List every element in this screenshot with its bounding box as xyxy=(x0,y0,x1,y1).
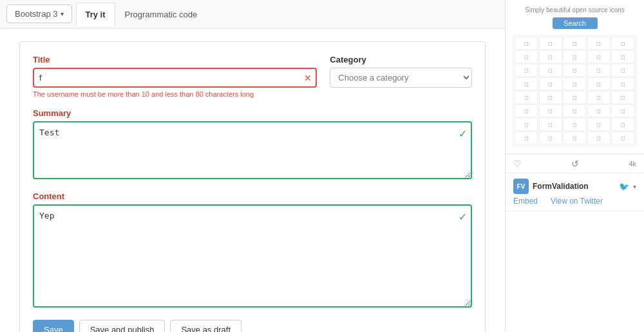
summary-check-icon: ✓ xyxy=(459,128,467,140)
category-select[interactable]: Choose a category xyxy=(330,68,472,88)
icon-cell: ◻ xyxy=(515,50,538,63)
summary-textarea[interactable]: Test xyxy=(33,121,472,179)
tabs-bar: Bootstrap 3 ▾ Try it Programmatic code xyxy=(0,0,505,28)
icon-cell: ◻ xyxy=(515,132,538,144)
sidebar-search-button[interactable]: Search xyxy=(553,17,598,29)
icon-cell: ◻ xyxy=(563,64,586,77)
icon-cell: ◻ xyxy=(515,64,538,77)
twitter-avatar: FV xyxy=(513,179,529,194)
category-label: Category xyxy=(330,55,472,64)
icon-cell: ◻ xyxy=(611,91,634,104)
category-group: Category Choose a category xyxy=(330,55,472,98)
icon-cell: ◻ xyxy=(539,118,562,131)
like-icon[interactable]: ♡ xyxy=(513,159,522,169)
icon-cell: ◻ xyxy=(539,64,562,77)
summary-label: Summary xyxy=(33,108,472,118)
view-on-twitter-link[interactable]: View on Twitter xyxy=(551,197,603,206)
icon-cell: ◻ xyxy=(563,77,586,90)
tab-programmatic[interactable]: Programmatic code xyxy=(115,3,207,26)
icon-cell: ◻ xyxy=(611,77,634,90)
icon-grid: ◻ ◻ ◻ ◻ ◻ ◻ ◻ ◻ ◻ ◻ ◻ ◻ ◻ ◻ ◻ ◻ ◻ ◻ ◻ ◻ xyxy=(512,34,638,147)
icon-cell: ◻ xyxy=(539,91,562,104)
clear-icon[interactable]: ✕ xyxy=(304,73,312,83)
form-container: Title ✕ The username must be more than 1… xyxy=(0,28,505,332)
bootstrap-tab-label: Bootstrap 3 xyxy=(15,9,58,19)
social-count: 4k xyxy=(629,160,636,168)
save-publish-button[interactable]: Save and publish xyxy=(79,320,166,332)
icon-cell: ◻ xyxy=(587,132,611,144)
summary-wrapper: Summary Test ✓ xyxy=(33,108,472,181)
icon-cell: ◻ xyxy=(611,37,634,50)
icon-cell: ◻ xyxy=(539,104,562,117)
icon-cell: ◻ xyxy=(515,37,538,50)
content-label: Content xyxy=(33,191,472,201)
icon-cell: ◻ xyxy=(611,50,634,63)
title-input-wrapper: ✕ xyxy=(33,68,317,88)
icon-cell: ◻ xyxy=(587,64,611,77)
title-error-msg: The username must be more than 10 and le… xyxy=(33,90,317,98)
button-row: Save Save and publish Save as draft xyxy=(33,320,472,332)
icon-cell: ◻ xyxy=(611,104,634,117)
icon-cell: ◻ xyxy=(563,118,586,131)
twitter-header: FV FormValidation 🐦 ▾ xyxy=(513,179,636,194)
twitter-brand: FV FormValidation xyxy=(513,179,589,194)
icon-cell: ◻ xyxy=(587,118,611,131)
twitter-name: FormValidation xyxy=(533,182,589,191)
content-check-icon: ✓ xyxy=(459,211,467,223)
icon-cell: ◻ xyxy=(515,104,538,117)
title-input[interactable] xyxy=(33,68,317,88)
content-input-wrapper: Yep ✓ xyxy=(33,204,472,309)
twitter-card: FV FormValidation 🐦 ▾ Embed View on Twit… xyxy=(506,173,644,211)
save-draft-button[interactable]: Save as draft xyxy=(170,320,242,332)
share-icon[interactable]: ↺ xyxy=(571,159,579,169)
icon-cell: ◻ xyxy=(563,37,586,50)
twitter-actions: 🐦 ▾ xyxy=(619,182,636,191)
content-wrapper: Content Yep ✓ xyxy=(33,191,472,309)
twitter-bird-icon: 🐦 xyxy=(619,182,629,191)
icon-cell: ◻ xyxy=(611,64,634,77)
icon-cell: ◻ xyxy=(611,132,634,144)
icon-cell: ◻ xyxy=(563,132,586,144)
icon-cell: ◻ xyxy=(563,91,586,104)
twitter-caret-icon[interactable]: ▾ xyxy=(633,183,636,190)
icon-cell: ◻ xyxy=(587,91,611,104)
title-group: Title ✕ The username must be more than 1… xyxy=(33,55,317,98)
icon-cell: ◻ xyxy=(563,104,586,117)
title-category-row: Title ✕ The username must be more than 1… xyxy=(33,55,472,98)
icon-cell: ◻ xyxy=(539,132,562,144)
tab-try-it[interactable]: Try it xyxy=(76,3,115,26)
bootstrap-caret-icon: ▾ xyxy=(61,10,64,17)
form-card: Title ✕ The username must be more than 1… xyxy=(19,41,486,332)
title-label: Title xyxy=(33,55,317,64)
icon-cell: ◻ xyxy=(587,77,611,90)
icon-cell: ◻ xyxy=(563,50,586,63)
embed-link[interactable]: Embed xyxy=(513,197,538,206)
icon-cell: ◻ xyxy=(587,50,611,63)
icon-cell: ◻ xyxy=(539,50,562,63)
summary-input-wrapper: Test ✓ xyxy=(33,121,472,181)
social-bar: ♡ ↺ 4k xyxy=(506,154,644,173)
sidebar-top: Simply beautiful open source icons Searc… xyxy=(506,0,644,154)
icon-cell: ◻ xyxy=(515,77,538,90)
icon-cell: ◻ xyxy=(539,37,562,50)
icon-cell: ◻ xyxy=(515,118,538,131)
save-button[interactable]: Save xyxy=(33,320,74,332)
icon-cell: ◻ xyxy=(587,37,611,50)
icon-cell: ◻ xyxy=(515,91,538,104)
twitter-links: Embed View on Twitter xyxy=(513,197,636,206)
sidebar-tagline: Simply beautiful open source icons xyxy=(512,6,638,14)
icon-cell: ◻ xyxy=(587,104,611,117)
bootstrap-tab-dropdown[interactable]: Bootstrap 3 ▾ xyxy=(6,5,72,23)
sidebar: Simply beautiful open source icons Searc… xyxy=(506,0,644,332)
icon-cell: ◻ xyxy=(611,118,634,131)
icon-cell: ◻ xyxy=(539,77,562,90)
content-textarea[interactable]: Yep xyxy=(33,204,472,308)
